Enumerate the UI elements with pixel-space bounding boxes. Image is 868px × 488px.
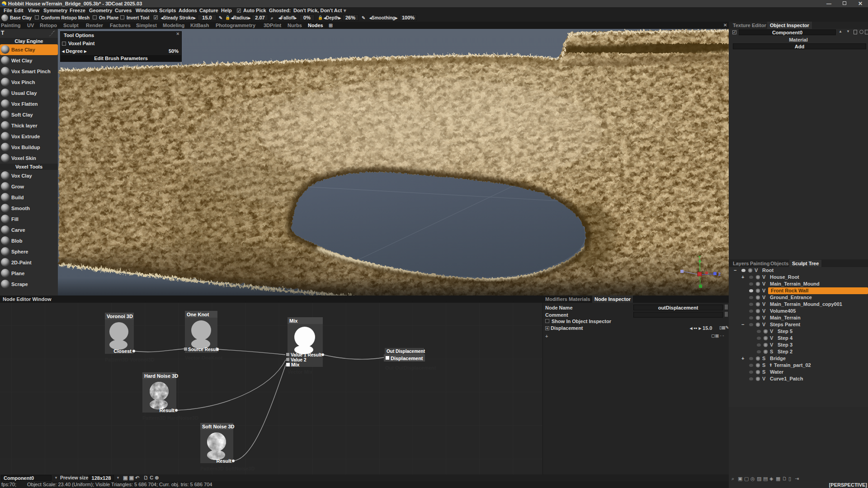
- svg-text:Closest: Closest: [113, 348, 132, 354]
- svg-text:Vector OneKnot: Vector OneKnot: [185, 355, 222, 361]
- svg-text:Result: Result: [307, 352, 321, 357]
- svg-text:Vector Mix: Vector Mix: [288, 369, 313, 375]
- svg-text:Z: Z: [718, 272, 721, 277]
- svg-text:Pattern3D HardNoise3D: Pattern3D HardNoise3D: [142, 415, 198, 421]
- svg-text:Out Displacement: Out Displacement: [387, 349, 425, 354]
- svg-text:One Knot: One Knot: [187, 312, 209, 317]
- svg-text:Y: Y: [698, 255, 701, 259]
- svg-text:Value 1: Value 1: [291, 352, 307, 357]
- svg-text:Result: Result: [216, 458, 231, 464]
- svg-text:Mix: Mix: [289, 318, 298, 324]
- svg-text:Mix: Mix: [291, 362, 300, 367]
- svg-text:Soft Noise 3D: Soft Noise 3D: [202, 424, 235, 429]
- svg-text:Displacement: Displacement: [391, 356, 423, 361]
- svg-text:Pattern3D Voronoi3D: Pattern3D Voronoi3D: [105, 357, 155, 362]
- svg-text:Pattern3D SoftNoise3D: Pattern3D SoftNoise3D: [200, 466, 255, 471]
- svg-text:Voronoi 3D: Voronoi 3D: [107, 314, 133, 319]
- svg-text:Source Result: Source Result: [188, 347, 219, 352]
- svg-text:Result: Result: [159, 408, 175, 413]
- svg-text:Hard Noise 3D: Hard Noise 3D: [144, 373, 178, 379]
- svg-text:Out OutDisplacement: Out OutDisplacement: [385, 365, 436, 371]
